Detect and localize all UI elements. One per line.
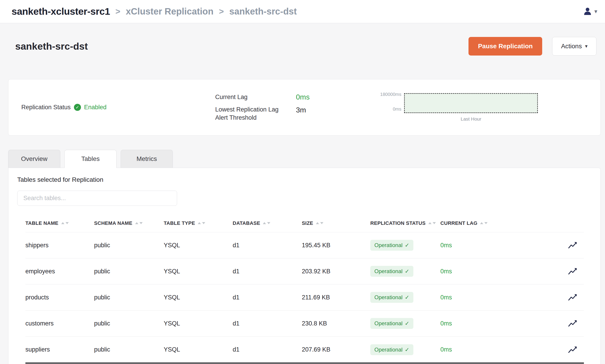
tables-panel-title: Tables selected for Replication [17,176,592,183]
breadcrumb-section[interactable]: xCluster Replication [126,6,214,16]
column-header-size[interactable]: SIZE [302,220,370,226]
row-metrics-chart-icon[interactable] [568,293,584,301]
column-header-table-type[interactable]: TABLE TYPE [164,220,233,226]
row-metrics-chart-icon[interactable] [568,267,584,275]
user-avatar-icon [583,7,592,16]
replication-status-group: Replication Status ✓ Enabled [21,104,215,111]
sort-icon [198,222,205,224]
table-row: employees public YSQL d1 203.92 KB Opera… [26,258,584,285]
replication-tables-table: TABLE NAME SCHEMA NAME TABLE TYPE DATABA… [26,214,584,364]
sort-icon [480,222,487,224]
page-header: sanketh-src-dst Pause Replication Action… [15,37,596,55]
breadcrumb: sanketh-xcluster-src1 > xCluster Replica… [12,6,297,17]
cell-table-name: customers [26,320,94,327]
lag-chart: 180000ms 0ms Last Hour [381,93,538,122]
status-badge: Operational ✓ [370,240,413,251]
cell-size: 195.45 KB [302,242,370,249]
replication-status-value: Enabled [84,104,106,111]
cell-replication-status: Operational ✓ [370,292,440,303]
replication-status-card: Replication Status ✓ Enabled Current Lag… [8,79,601,136]
cell-size: 203.92 KB [302,268,370,275]
breadcrumb-cluster[interactable]: sanketh-xcluster-src1 [12,6,110,17]
table-row: suppliers public YSQL d1 207.69 KB Opera… [26,337,584,363]
cell-size: 211.69 KB [302,294,370,301]
table-row: shippers public YSQL d1 195.45 KB Operat… [26,232,584,258]
chevron-down-icon: ▾ [585,43,588,49]
replication-status-label: Replication Status [21,104,71,111]
tab-overview[interactable]: Overview [8,150,60,168]
check-icon: ✓ [405,242,409,248]
table-row: products public YSQL d1 211.69 KB Operat… [26,285,584,311]
actions-button[interactable]: Actions ▾ [552,37,596,55]
tab-tables[interactable]: Tables [64,150,117,168]
lag-chart-band [404,93,538,113]
y-max-label: 180000ms [380,92,401,97]
breadcrumb-current: sanketh-src-dst [229,6,297,16]
cell-schema-name: public [94,268,164,275]
pause-replication-button[interactable]: Pause Replication [469,37,542,55]
cell-database: d1 [233,294,302,301]
partial-row-divider [26,363,584,364]
alert-threshold-value: 3m [296,105,381,114]
breadcrumb-separator: > [115,7,120,16]
cell-replication-status: Operational ✓ [370,318,440,329]
check-circle-icon: ✓ [74,104,81,111]
row-metrics-chart-icon[interactable] [568,346,584,354]
table-header-row: TABLE NAME SCHEMA NAME TABLE TYPE DATABA… [26,214,584,232]
column-header-current-lag[interactable]: CURRENT LAG [440,220,566,226]
current-lag-label: Current Lag [215,94,296,101]
cell-database: d1 [233,346,302,353]
search-input[interactable] [17,191,177,206]
table-body: shippers public YSQL d1 195.45 KB Operat… [26,232,584,363]
cell-current-lag: 0ms [440,242,566,249]
tab-metrics[interactable]: Metrics [121,150,173,168]
check-icon: ✓ [405,268,409,274]
current-lag-value: 0ms [296,93,381,101]
cell-database: d1 [233,242,302,249]
sort-icon [316,222,323,224]
cell-current-lag: 0ms [440,346,566,353]
actions-button-label: Actions [561,43,582,50]
cell-current-lag: 0ms [440,320,566,327]
cell-replication-status: Operational ✓ [370,344,440,355]
row-metrics-chart-icon[interactable] [568,241,584,249]
cell-schema-name: public [94,294,164,301]
tab-bar: Overview Tables Metrics [8,150,605,168]
cell-size: 207.69 KB [302,346,370,353]
user-menu[interactable]: ▾ [583,7,597,16]
lag-chart-plot-area: Last Hour [404,93,538,122]
status-badge: Operational ✓ [370,318,413,329]
breadcrumb-separator: > [219,7,224,16]
lag-metrics: Current Lag 0ms Lowest Replication Lag A… [215,93,381,122]
page-title: sanketh-src-dst [15,41,88,52]
cell-table-type: YSQL [164,242,233,249]
tables-panel: Tables selected for Replication TABLE NA… [8,168,601,364]
sort-icon [263,222,270,224]
cell-table-type: YSQL [164,320,233,327]
column-header-database[interactable]: DATABASE [233,220,302,226]
cell-schema-name: public [94,320,164,327]
check-icon: ✓ [405,347,409,353]
cell-table-type: YSQL [164,346,233,353]
cell-schema-name: public [94,242,164,249]
cell-replication-status: Operational ✓ [370,240,440,251]
column-header-schema-name[interactable]: SCHEMA NAME [94,220,164,226]
top-bar: sanketh-xcluster-src1 > xCluster Replica… [0,0,605,23]
status-badge: Operational ✓ [370,266,413,277]
cell-table-name: employees [26,268,94,275]
cell-replication-status: Operational ✓ [370,266,440,277]
cell-table-type: YSQL [164,294,233,301]
status-badge: Operational ✓ [370,344,413,355]
status-badge: Operational ✓ [370,292,413,303]
column-header-replication-status[interactable]: REPLICATION STATUS [370,220,440,226]
cell-table-name: suppliers [26,346,94,353]
column-header-table-name[interactable]: TABLE NAME [26,220,94,226]
lag-chart-y-axis: 180000ms 0ms [381,92,404,112]
sort-icon [61,222,69,224]
cell-current-lag: 0ms [440,268,566,275]
cell-size: 230.8 KB [302,320,370,327]
cell-schema-name: public [94,346,164,353]
row-metrics-chart-icon[interactable] [568,319,584,327]
cell-database: d1 [233,268,302,275]
table-row: customers public YSQL d1 230.8 KB Operat… [26,311,584,337]
